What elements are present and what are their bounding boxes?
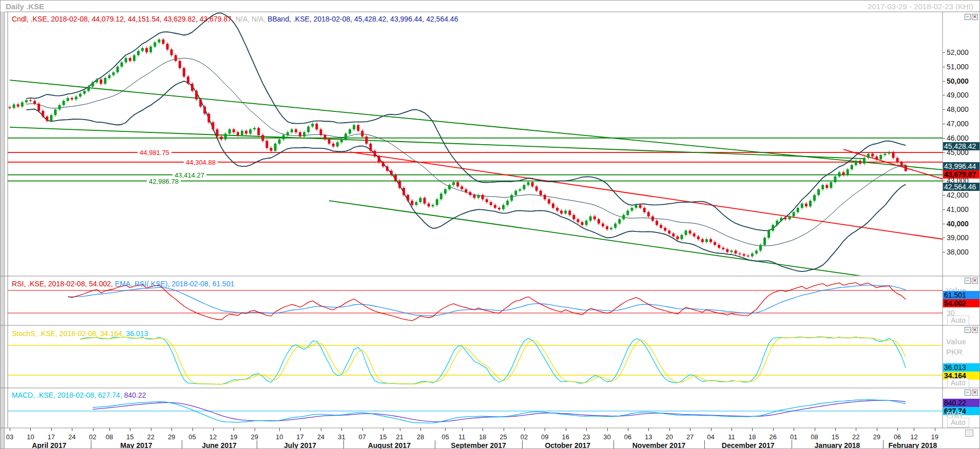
month-label: November 2017 — [632, 441, 686, 449]
month-label: February 2018 — [888, 441, 937, 449]
time-axis[interactable]: 0310172402081522290512192910172431071521… — [1, 428, 980, 449]
date-tick-label: 11 — [728, 433, 735, 441]
date-tick-label: 24 — [317, 433, 324, 441]
date-tick-mark — [30, 428, 31, 431]
price-tick-label: 40,000 — [947, 220, 969, 228]
candle-legend-values: Cndl, .KSE, 2018-02-08, 44,079.12, 44,15… — [12, 15, 236, 23]
rsi-panel-icons: − ✕ — [965, 278, 978, 284]
date-tick-label: 06 — [624, 433, 631, 441]
date-tick-mark — [462, 428, 463, 431]
date-tick-mark — [130, 428, 130, 431]
close-icon[interactable]: ✕ — [972, 389, 978, 396]
date-tick-mark — [300, 428, 301, 431]
date-tick-label: 29 — [251, 433, 258, 441]
month-separator — [522, 440, 523, 449]
date-tick-mark — [255, 428, 255, 431]
date-tick-label: 29 — [873, 433, 880, 441]
macd-panel[interactable] — [8, 400, 943, 423]
month-separator — [435, 440, 435, 449]
stoch-k-legend-value: 36.013 — [126, 329, 148, 338]
month-label: September 2017 — [451, 441, 506, 449]
axis-settings-icon[interactable] — [965, 430, 973, 437]
date-tick-mark — [72, 428, 72, 431]
rsi-auto-scale-button[interactable]: Auto — [947, 316, 969, 325]
minimize-icon[interactable]: − — [965, 278, 971, 284]
price-tick-label: 47,000 — [947, 120, 969, 128]
macd-legend: MACD, .KSE, 2018-02-08, 627.74, 840.22 — [12, 391, 146, 399]
stoch-auto-scale-button[interactable]: Auto — [947, 378, 969, 388]
price-tick-label: 38,000 — [947, 248, 969, 256]
date-tick-label: 25 — [499, 433, 507, 441]
date-tick-label: 05 — [188, 433, 196, 441]
price-tick-mark — [943, 195, 945, 196]
stochastics-panel[interactable] — [8, 337, 943, 384]
month-separator — [613, 440, 614, 449]
date-tick-mark — [234, 428, 234, 431]
month-label: June 2017 — [202, 441, 237, 449]
price-tick-label: 46,000 — [947, 134, 969, 142]
rsi-ema-legend-values: EMA, RSI(.KSE), 2018-02-08, 61.501 — [115, 280, 235, 288]
price-tick-label: 50,000 — [947, 77, 969, 85]
date-tick-label: 15 — [832, 433, 839, 441]
month-separator — [792, 440, 792, 449]
date-tick-label: 01 — [790, 433, 797, 441]
date-tick-label: 02 — [521, 433, 528, 441]
chart-plot-area[interactable] — [1, 1, 980, 449]
date-tick-label: 04 — [707, 433, 714, 441]
macd-signal-legend-value: 840.22 — [124, 391, 146, 399]
date-tick-mark — [628, 428, 628, 431]
price-tick-label: 48,000 — [947, 105, 969, 113]
chart-window: Daily .KSE 2017-03-29 - 2018-02-23 (KHI)… — [0, 0, 980, 449]
date-tick-mark — [856, 428, 856, 431]
macd-signal-value-box: 840.22 — [943, 399, 979, 407]
date-tick-label: 23 — [583, 433, 590, 441]
date-tick-mark — [773, 428, 774, 431]
date-tick-label: 30 — [603, 433, 610, 441]
date-tick-mark — [835, 428, 836, 431]
month-separator — [91, 440, 91, 449]
price-tick-label: 39,000 — [947, 233, 969, 242]
date-tick-mark — [445, 428, 446, 431]
date-tick-label: 22 — [147, 433, 154, 441]
last-price-box: 43,679.87 — [943, 170, 979, 179]
date-tick-label: 12 — [209, 433, 217, 441]
date-tick-mark — [794, 428, 794, 431]
date-tick-mark — [420, 428, 421, 431]
date-tick-label: 17 — [296, 433, 303, 441]
support-resistance-label: 42,986.78 — [147, 177, 181, 185]
month-separator — [883, 440, 883, 449]
close-icon[interactable]: ✕ — [972, 278, 978, 284]
close-icon[interactable]: ✕ — [972, 327, 978, 333]
date-tick-label: 09 — [541, 433, 548, 441]
minimize-icon[interactable]: − — [965, 327, 971, 333]
date-tick-mark — [607, 428, 608, 431]
rsi-panel[interactable] — [8, 283, 943, 321]
date-tick-label: 22 — [852, 433, 859, 441]
date-tick-mark — [341, 428, 342, 431]
date-tick-label: 15 — [126, 433, 133, 441]
date-tick-mark — [648, 428, 649, 431]
main-panel-icons: − ✕ — [965, 14, 978, 20]
main-price-panel[interactable] — [8, 13, 943, 278]
price-tick-mark — [943, 81, 945, 82]
stoch-panel-icons: − ✕ — [965, 327, 978, 333]
minimize-icon[interactable]: − — [965, 389, 971, 396]
price-tick-mark — [943, 52, 945, 53]
price-tick-label: 42,000 — [947, 191, 969, 199]
date-tick-mark — [711, 428, 712, 431]
macd-auto-scale-button[interactable]: Auto — [947, 418, 969, 427]
date-tick-label: 29 — [168, 433, 175, 441]
month-label: October 2017 — [545, 441, 590, 449]
minimize-icon[interactable]: − — [965, 14, 971, 20]
date-tick-label: 06 — [894, 433, 901, 441]
stoch-legend: StochS, .KSE, 2018-02-08, 34.164, 36.013 — [12, 329, 148, 338]
macd-legend-values: MACD, .KSE, 2018-02-08, 627.74, — [12, 391, 124, 399]
date-tick-mark — [213, 428, 214, 431]
close-icon[interactable]: ✕ — [972, 14, 978, 20]
date-tick-mark — [752, 428, 753, 431]
price-tick-mark — [943, 209, 945, 210]
date-tick-mark — [171, 428, 172, 431]
date-tick-label: 19 — [230, 433, 237, 441]
price-tick-mark — [943, 252, 945, 252]
date-tick-mark — [193, 428, 193, 431]
